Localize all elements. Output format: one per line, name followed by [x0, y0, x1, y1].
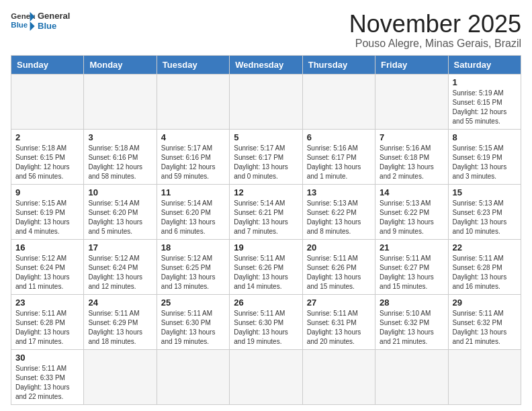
weekday-header-row: SundayMondayTuesdayWednesdayThursdayFrid…: [11, 55, 521, 74]
day-info: Sunrise: 5:19 AMSunset: 6:15 PMDaylight:…: [453, 89, 517, 126]
weekday-header-sunday: Sunday: [11, 55, 84, 74]
day-number: 21: [380, 242, 443, 253]
calendar-week-row: 9Sunrise: 5:15 AMSunset: 6:19 PMDaylight…: [11, 184, 521, 239]
calendar-day: 1Sunrise: 5:19 AMSunset: 6:15 PMDaylight…: [448, 74, 521, 129]
calendar-day: 3Sunrise: 5:18 AMSunset: 6:16 PMDaylight…: [84, 129, 157, 184]
day-info: Sunrise: 5:11 AMSunset: 6:30 PMDaylight:…: [234, 309, 298, 347]
calendar-day: 29Sunrise: 5:11 AMSunset: 6:32 PMDayligh…: [448, 294, 521, 349]
day-number: 29: [453, 298, 517, 308]
day-number: 5: [234, 132, 298, 142]
calendar-day: 8Sunrise: 5:15 AMSunset: 6:19 PMDaylight…: [448, 129, 521, 184]
calendar-day: 27Sunrise: 5:11 AMSunset: 6:31 PMDayligh…: [302, 294, 375, 349]
day-number: 26: [234, 298, 298, 308]
logo-text-blue: Blue: [38, 21, 70, 31]
calendar-week-row: 1Sunrise: 5:19 AMSunset: 6:15 PMDaylight…: [11, 74, 521, 129]
calendar-day: [157, 349, 229, 404]
calendar-day: 2Sunrise: 5:18 AMSunset: 6:15 PMDaylight…: [11, 129, 84, 184]
calendar-day: [84, 349, 157, 404]
day-info: Sunrise: 5:16 AMSunset: 6:17 PMDaylight:…: [307, 144, 371, 181]
day-info: Sunrise: 5:11 AMSunset: 6:28 PMDaylight:…: [15, 309, 79, 347]
day-number: 7: [380, 132, 443, 142]
calendar-day: [375, 349, 448, 404]
calendar-day: 18Sunrise: 5:12 AMSunset: 6:25 PMDayligh…: [157, 239, 229, 294]
day-info: Sunrise: 5:13 AMSunset: 6:23 PMDaylight:…: [453, 199, 517, 236]
day-number: 1: [453, 77, 517, 87]
calendar-day: [448, 349, 521, 404]
day-info: Sunrise: 5:12 AMSunset: 6:25 PMDaylight:…: [161, 254, 225, 291]
day-number: 20: [307, 242, 371, 253]
day-number: 2: [15, 132, 79, 142]
calendar-day: 30Sunrise: 5:11 AMSunset: 6:33 PMDayligh…: [11, 349, 84, 404]
day-number: 4: [161, 132, 225, 142]
day-info: Sunrise: 5:13 AMSunset: 6:22 PMDaylight:…: [307, 199, 371, 236]
calendar-day: 23Sunrise: 5:11 AMSunset: 6:28 PMDayligh…: [11, 294, 84, 349]
day-info: Sunrise: 5:11 AMSunset: 6:31 PMDaylight:…: [307, 309, 371, 347]
day-info: Sunrise: 5:11 AMSunset: 6:26 PMDaylight:…: [234, 254, 298, 291]
location-subtitle: Pouso Alegre, Minas Gerais, Brazil: [349, 38, 521, 50]
day-info: Sunrise: 5:11 AMSunset: 6:27 PMDaylight:…: [380, 254, 443, 291]
calendar-day: [11, 74, 84, 129]
day-info: Sunrise: 5:10 AMSunset: 6:32 PMDaylight:…: [380, 309, 443, 347]
weekday-header-monday: Monday: [84, 55, 157, 74]
day-number: 16: [15, 242, 79, 253]
calendar-day: 22Sunrise: 5:11 AMSunset: 6:28 PMDayligh…: [448, 239, 521, 294]
calendar-day: 24Sunrise: 5:11 AMSunset: 6:29 PMDayligh…: [84, 294, 157, 349]
day-number: 10: [88, 187, 152, 197]
day-info: Sunrise: 5:14 AMSunset: 6:20 PMDaylight:…: [88, 199, 152, 236]
calendar-day: 21Sunrise: 5:11 AMSunset: 6:27 PMDayligh…: [375, 239, 448, 294]
day-info: Sunrise: 5:18 AMSunset: 6:15 PMDaylight:…: [15, 144, 79, 181]
calendar-day: [84, 74, 157, 129]
calendar-day: 13Sunrise: 5:13 AMSunset: 6:22 PMDayligh…: [302, 184, 375, 239]
calendar-day: 12Sunrise: 5:14 AMSunset: 6:21 PMDayligh…: [230, 184, 302, 239]
day-number: 18: [161, 242, 225, 253]
day-number: 22: [453, 242, 517, 253]
day-number: 30: [15, 353, 79, 363]
calendar-week-row: 30Sunrise: 5:11 AMSunset: 6:33 PMDayligh…: [11, 349, 521, 404]
logo: General Blue General Blue: [11, 11, 70, 31]
day-info: Sunrise: 5:17 AMSunset: 6:17 PMDaylight:…: [234, 144, 298, 181]
day-number: 11: [161, 187, 225, 197]
calendar-day: [230, 349, 302, 404]
day-info: Sunrise: 5:12 AMSunset: 6:24 PMDaylight:…: [88, 254, 152, 291]
day-info: Sunrise: 5:14 AMSunset: 6:20 PMDaylight:…: [161, 199, 225, 236]
weekday-header-saturday: Saturday: [448, 55, 521, 74]
calendar-day: 14Sunrise: 5:13 AMSunset: 6:22 PMDayligh…: [375, 184, 448, 239]
calendar-day: 11Sunrise: 5:14 AMSunset: 6:20 PMDayligh…: [157, 184, 229, 239]
calendar-week-row: 2Sunrise: 5:18 AMSunset: 6:15 PMDaylight…: [11, 129, 521, 184]
day-number: 8: [453, 132, 517, 142]
day-info: Sunrise: 5:11 AMSunset: 6:33 PMDaylight:…: [15, 364, 79, 402]
calendar-day: 26Sunrise: 5:11 AMSunset: 6:30 PMDayligh…: [230, 294, 302, 349]
calendar-day: 20Sunrise: 5:11 AMSunset: 6:26 PMDayligh…: [302, 239, 375, 294]
page-header: General Blue General Blue November 2025 …: [11, 11, 521, 50]
weekday-header-wednesday: Wednesday: [230, 55, 302, 74]
day-number: 6: [307, 132, 371, 142]
svg-text:Blue: Blue: [11, 21, 28, 29]
calendar-day: [302, 74, 375, 129]
calendar-week-row: 23Sunrise: 5:11 AMSunset: 6:28 PMDayligh…: [11, 294, 521, 349]
day-info: Sunrise: 5:15 AMSunset: 6:19 PMDaylight:…: [15, 199, 79, 236]
calendar-day: 7Sunrise: 5:16 AMSunset: 6:18 PMDaylight…: [375, 129, 448, 184]
month-title: November 2025: [349, 11, 521, 38]
weekday-header-thursday: Thursday: [302, 55, 375, 74]
calendar-day: 6Sunrise: 5:16 AMSunset: 6:17 PMDaylight…: [302, 129, 375, 184]
day-number: 3: [88, 132, 152, 142]
title-section: November 2025 Pouso Alegre, Minas Gerais…: [349, 11, 521, 50]
day-info: Sunrise: 5:11 AMSunset: 6:28 PMDaylight:…: [453, 254, 517, 291]
day-number: 19: [234, 242, 298, 253]
day-number: 12: [234, 187, 298, 197]
day-number: 9: [15, 187, 79, 197]
day-info: Sunrise: 5:11 AMSunset: 6:26 PMDaylight:…: [307, 254, 371, 291]
calendar-day: 4Sunrise: 5:17 AMSunset: 6:16 PMDaylight…: [157, 129, 229, 184]
calendar-day: [302, 349, 375, 404]
calendar-table: SundayMondayTuesdayWednesdayThursdayFrid…: [11, 55, 521, 405]
day-info: Sunrise: 5:11 AMSunset: 6:29 PMDaylight:…: [88, 309, 152, 347]
calendar-day: [230, 74, 302, 129]
calendar-day: 16Sunrise: 5:12 AMSunset: 6:24 PMDayligh…: [11, 239, 84, 294]
day-number: 27: [307, 298, 371, 308]
day-info: Sunrise: 5:17 AMSunset: 6:16 PMDaylight:…: [161, 144, 225, 181]
day-number: 13: [307, 187, 371, 197]
day-number: 24: [88, 298, 152, 308]
day-number: 25: [161, 298, 225, 308]
day-info: Sunrise: 5:14 AMSunset: 6:21 PMDaylight:…: [234, 199, 298, 236]
day-info: Sunrise: 5:18 AMSunset: 6:16 PMDaylight:…: [88, 144, 152, 181]
